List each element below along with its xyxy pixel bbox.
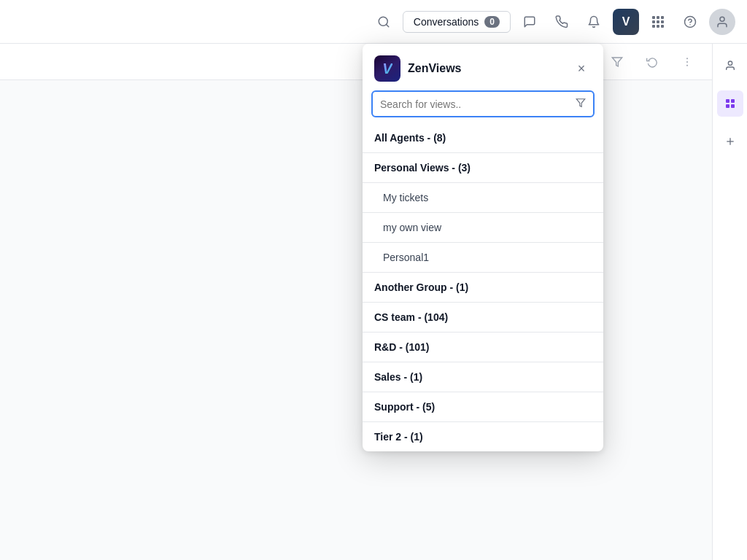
list-group-header-rnd[interactable]: R&D - (101) <box>363 332 603 362</box>
popup-title: ZenViews <box>408 62 462 75</box>
search-input[interactable] <box>380 98 576 110</box>
list-group-header-sales[interactable]: Sales - (1) <box>363 362 603 392</box>
search-icon <box>377 15 390 28</box>
grid-apps-button[interactable] <box>645 9 671 35</box>
popup-close-button[interactable]: × <box>571 58 592 79</box>
conversations-badge: 0 <box>484 16 500 28</box>
list-group-header-all-agents[interactable]: All Agents - (8) <box>363 123 603 152</box>
search-button[interactable] <box>371 9 397 35</box>
bell-icon <box>587 15 600 28</box>
popup-header: V ZenViews × <box>363 44 603 90</box>
svg-marker-10 <box>576 99 585 107</box>
chat-icon <box>523 15 536 28</box>
help-button[interactable] <box>677 9 703 35</box>
phone-icon <box>555 15 568 28</box>
user-icon <box>716 15 729 28</box>
phone-button[interactable] <box>549 9 575 35</box>
help-icon <box>684 15 697 28</box>
svg-point-2 <box>720 17 724 21</box>
zenviews-popup: V ZenViews × All Agents - (8)Personal Vi… <box>363 44 603 451</box>
search-input-wrapper <box>371 90 595 117</box>
popup-header-left: V ZenViews <box>374 55 462 82</box>
search-container <box>363 90 603 123</box>
topbar: Conversations 0 V <box>0 0 747 44</box>
list-group-header-tier2[interactable]: Tier 2 - (1) <box>363 421 603 451</box>
zenviews-v-letter: V <box>382 61 392 77</box>
notifications-button[interactable] <box>581 9 607 35</box>
filter-toggle-icon[interactable] <box>576 98 586 110</box>
conversations-button[interactable]: Conversations 0 <box>403 11 511 33</box>
grid-apps-icon <box>652 16 664 28</box>
v-avatar[interactable]: V <box>613 9 639 35</box>
list-group-header-support[interactable]: Support - (5) <box>363 392 603 421</box>
list-item-personal1[interactable]: Personal1 <box>363 242 603 272</box>
zenviews-logo: V <box>374 55 400 82</box>
list-group-header-another-group[interactable]: Another Group - (1) <box>363 272 603 302</box>
popup-overlay: V ZenViews × All Agents - (8)Personal Vi… <box>0 44 747 560</box>
list-item-my-own-view[interactable]: my own view <box>363 212 603 242</box>
list-group-header-cs-team[interactable]: CS team - (104) <box>363 302 603 332</box>
chat-button[interactable] <box>516 9 543 35</box>
conversations-label: Conversations <box>414 16 479 28</box>
v-label: V <box>622 15 630 28</box>
list-group-header-personal-views[interactable]: Personal Views - (3) <box>363 152 603 182</box>
popup-list: All Agents - (8)Personal Views - (3)My t… <box>363 123 603 451</box>
user-avatar[interactable] <box>709 9 735 35</box>
list-item-my-tickets[interactable]: My tickets <box>363 182 603 212</box>
